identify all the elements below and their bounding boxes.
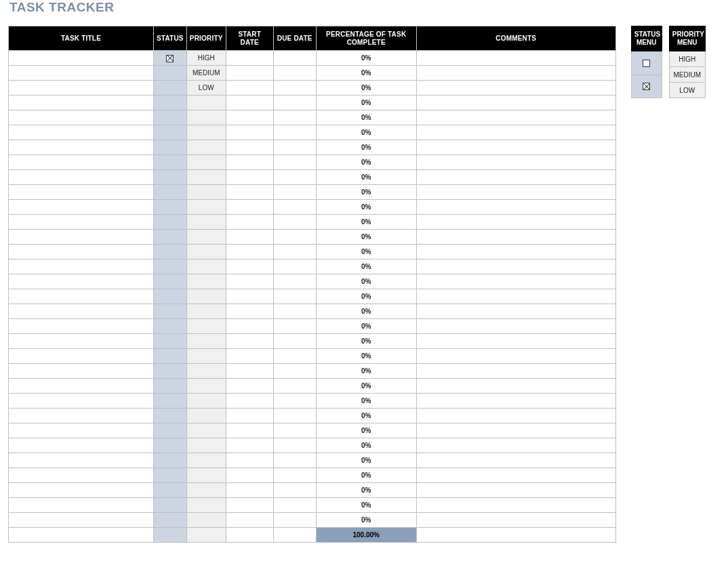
task-title-cell[interactable] [9, 274, 154, 289]
pct-complete-cell[interactable]: 0% [316, 513, 416, 528]
pct-complete-cell[interactable]: 0% [316, 349, 416, 364]
start-date-cell[interactable] [226, 438, 273, 453]
comments-cell[interactable] [416, 364, 615, 379]
task-title-cell[interactable] [9, 453, 154, 468]
due-date-cell[interactable] [273, 140, 316, 155]
pct-complete-cell[interactable]: 0% [316, 96, 416, 110]
status-cell[interactable] [154, 483, 187, 498]
status-cell[interactable] [154, 498, 187, 513]
task-title-cell[interactable] [9, 394, 154, 409]
task-title-cell[interactable] [9, 304, 154, 319]
task-title-cell[interactable] [9, 259, 154, 274]
status-cell[interactable] [154, 81, 187, 96]
due-date-cell[interactable] [273, 319, 316, 334]
status-cell[interactable] [154, 379, 187, 394]
due-date-cell[interactable] [273, 304, 316, 319]
task-title-cell[interactable] [9, 319, 154, 334]
due-date-cell[interactable] [273, 215, 316, 230]
task-title-cell[interactable] [9, 438, 154, 453]
priority-cell[interactable] [186, 200, 226, 215]
comments-cell[interactable] [416, 438, 615, 453]
pct-complete-cell[interactable]: 0% [316, 140, 416, 155]
due-date-cell[interactable] [273, 245, 316, 259]
start-date-cell[interactable] [226, 289, 273, 304]
comments-cell[interactable] [416, 423, 615, 438]
start-date-cell[interactable] [226, 319, 273, 334]
pct-complete-cell[interactable]: 0% [316, 379, 416, 394]
status-cell[interactable] [154, 125, 187, 140]
status-cell[interactable] [154, 334, 187, 349]
pct-complete-cell[interactable]: 0% [316, 319, 416, 334]
total-status-cell[interactable] [154, 528, 187, 543]
priority-cell[interactable] [186, 304, 226, 319]
comments-cell[interactable] [416, 125, 615, 140]
comments-cell[interactable] [416, 468, 615, 483]
comments-cell[interactable] [416, 304, 615, 319]
status-cell[interactable] [154, 230, 187, 245]
pct-complete-cell[interactable]: 0% [316, 259, 416, 274]
priority-cell[interactable] [186, 483, 226, 498]
comments-cell[interactable] [416, 349, 615, 364]
priority-cell[interactable] [186, 110, 226, 125]
priority-cell[interactable] [186, 394, 226, 409]
task-title-cell[interactable] [9, 513, 154, 528]
status-cell[interactable] [154, 438, 187, 453]
priority-cell[interactable] [186, 140, 226, 155]
task-title-cell[interactable] [9, 498, 154, 513]
comments-cell[interactable] [416, 274, 615, 289]
due-date-cell[interactable] [273, 468, 316, 483]
task-title-cell[interactable] [9, 155, 154, 170]
due-date-cell[interactable] [273, 125, 316, 140]
comments-cell[interactable] [416, 140, 615, 155]
task-title-cell[interactable] [9, 110, 154, 125]
due-date-cell[interactable] [273, 423, 316, 438]
task-title-cell[interactable] [9, 468, 154, 483]
priority-cell[interactable] [186, 423, 226, 438]
start-date-cell[interactable] [226, 274, 273, 289]
due-date-cell[interactable] [273, 379, 316, 394]
due-date-cell[interactable] [273, 483, 316, 498]
priority-menu-item[interactable]: MEDIUM [669, 67, 705, 83]
status-cell[interactable] [154, 289, 187, 304]
priority-cell[interactable] [186, 319, 226, 334]
pct-complete-cell[interactable]: 0% [316, 334, 416, 349]
comments-cell[interactable] [416, 185, 615, 200]
comments-cell[interactable] [416, 66, 615, 81]
task-title-cell[interactable] [9, 423, 154, 438]
task-title-cell[interactable] [9, 96, 154, 110]
status-cell[interactable] [154, 200, 187, 215]
comments-cell[interactable] [416, 259, 615, 274]
priority-cell[interactable] [186, 125, 226, 140]
due-date-cell[interactable] [273, 394, 316, 409]
priority-menu-item[interactable]: LOW [669, 83, 705, 98]
comments-cell[interactable] [416, 453, 615, 468]
start-date-cell[interactable] [226, 215, 273, 230]
due-date-cell[interactable] [273, 453, 316, 468]
comments-cell[interactable] [416, 483, 615, 498]
due-date-cell[interactable] [273, 274, 316, 289]
status-cell[interactable] [154, 140, 187, 155]
comments-cell[interactable] [416, 289, 615, 304]
start-date-cell[interactable] [226, 110, 273, 125]
comments-cell[interactable] [416, 379, 615, 394]
pct-complete-cell[interactable]: 0% [316, 81, 416, 96]
comments-cell[interactable] [416, 230, 615, 245]
status-cell[interactable] [154, 349, 187, 364]
total-title-cell[interactable] [9, 528, 154, 543]
priority-cell[interactable] [186, 96, 226, 110]
pct-complete-cell[interactable]: 0% [316, 423, 416, 438]
priority-cell[interactable] [186, 230, 226, 245]
pct-complete-cell[interactable]: 0% [316, 483, 416, 498]
status-menu-item[interactable] [631, 51, 662, 75]
due-date-cell[interactable] [273, 110, 316, 125]
comments-cell[interactable] [416, 170, 615, 185]
status-cell[interactable] [154, 274, 187, 289]
priority-cell[interactable] [186, 215, 226, 230]
status-cell[interactable] [154, 364, 187, 379]
comments-cell[interactable] [416, 334, 615, 349]
priority-cell[interactable] [186, 349, 226, 364]
due-date-cell[interactable] [273, 334, 316, 349]
pct-complete-cell[interactable]: 0% [316, 304, 416, 319]
due-date-cell[interactable] [273, 230, 316, 245]
comments-cell[interactable] [416, 81, 615, 96]
